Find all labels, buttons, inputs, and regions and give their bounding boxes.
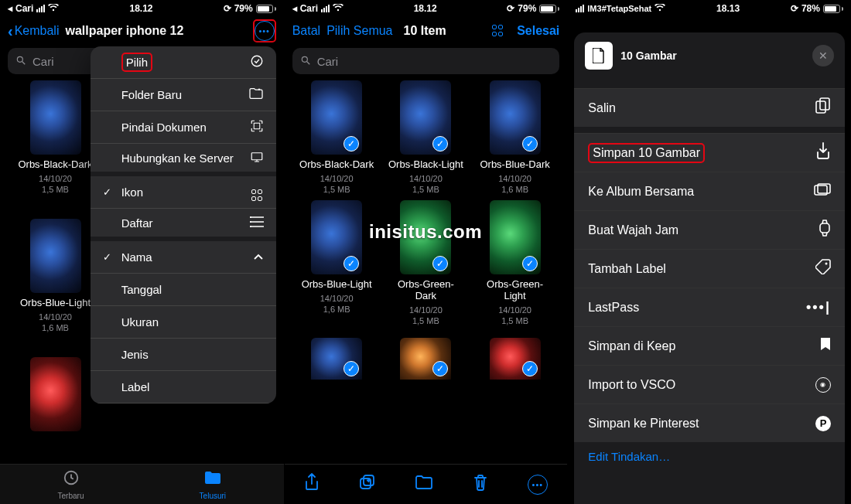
cancel-button[interactable]: Batal [292,24,320,38]
more-button[interactable]: ••• [528,475,548,495]
signal-icon [36,5,45,12]
file-item[interactable]: ✓Orbs-Green-Dark14/10/201,5 MB [381,200,470,325]
scan-icon [250,119,264,135]
battery-percent: 79% [234,3,253,14]
action-import-to-vsco[interactable]: Import to VSCO◉ [574,365,845,404]
more-button[interactable]: ••• [255,21,275,41]
menu-item-label[interactable]: Label [91,371,276,404]
file-date: 14/10/20 [409,174,443,183]
tab-browse[interactable]: Telusuri [200,469,226,500]
action-simpan-di-keep[interactable]: Simpan di Keep [574,326,845,365]
menu-item-nama[interactable]: ✓Nama [91,241,276,274]
action-salin[interactable]: Salin [574,88,845,127]
separator [574,127,845,133]
file-size: 1,6 MB [501,185,528,194]
menu-item-ikon[interactable]: ✓Ikon [91,176,276,209]
file-date: 14/10/20 [409,305,443,315]
view-grid-button[interactable] [492,25,504,37]
menu-item-label: Ikon [121,186,143,199]
battery-icon [256,5,276,13]
edit-actions-button[interactable]: Edit Tindakan… [574,442,845,463]
menu-item-folder-baru[interactable]: Folder Baru [91,79,276,111]
file-item[interactable]: ✓ [470,338,559,380]
sheet-header: 10 Gambar ✕ [574,32,845,79]
svg-point-18 [825,263,827,265]
orientation-lock-icon: ⟳ [791,3,798,14]
action-label: Salin [588,101,616,115]
file-name: Orbs-Blue-Light [17,298,94,309]
file-item[interactable] [11,357,100,431]
file-item[interactable]: ✓Orbs-Blue-Light14/10/201,6 MB [292,200,381,325]
check-icon: ✓ [103,186,114,198]
menu-item-pilih[interactable]: Pilih [91,46,276,79]
action-label: Import to VSCO [588,378,675,392]
search-field[interactable]: Cari [292,48,560,74]
trash-button[interactable] [473,474,488,495]
file-item[interactable]: Orbs-Black-Dark 14/10/20 1,5 MB [11,80,100,194]
action-simpan-10-gambar[interactable]: Simpan 10 Gambar [574,133,845,172]
menu-item-hubungkan-ke-server[interactable]: Hubungkan ke Server [91,144,276,176]
back-chevron-icon: ◂ [8,3,12,14]
action-simpan-ke-pinterest[interactable]: Simpan ke PinterestP [574,404,845,442]
wifi-icon [654,3,665,14]
menu-item-label: Pindai Dokumen [121,121,207,134]
action-label: Simpan ke Pinterest [588,417,699,431]
file-item[interactable]: ✓ [381,338,470,380]
tab-recent[interactable]: Terbaru [58,469,84,500]
action-ke-album-bersama[interactable]: Ke Album Bersama [574,172,845,210]
selection-count: 10 Item [404,24,446,38]
svg-point-5 [250,216,251,218]
tab-label: Telusuri [200,492,226,500]
battery-percent: 78% [801,3,820,14]
file-name: Orbs-Green-Light [477,279,554,302]
context-menu: PilihFolder BaruPindai DokumenHubungkan … [91,46,276,404]
file-item[interactable]: ✓ [292,338,381,380]
selection-toolbar: ••• [285,464,568,504]
svg-point-7 [250,226,251,227]
select-all-button[interactable]: Pilih Semua [326,24,392,38]
selected-check-icon: ✓ [343,136,359,152]
menu-item-label: Daftar [121,216,153,230]
action-label: Simpan di Keep [588,339,675,353]
menu-item-daftar[interactable]: Daftar [91,209,276,241]
action-lastpass[interactable]: LastPass•••| [574,288,845,326]
back-label: Kembali [15,24,60,38]
menu-item-label: Jenis [121,348,149,361]
file-name: Orbs-Blue-Light [298,279,375,291]
action-tambah-label[interactable]: Tambah Label [574,249,845,288]
share-button[interactable] [304,473,320,496]
svg-line-10 [306,61,309,64]
selected-check-icon: ✓ [343,361,359,376]
svg-rect-4 [251,152,262,159]
menu-item-label: Label [121,380,150,393]
menu-item-pindai-dokumen[interactable]: Pindai Dokumen [91,111,276,144]
selected-check-icon: ✓ [432,136,448,152]
file-item[interactable]: Orbs-Blue-Light 14/10/20 1,6 MB [11,219,100,332]
back-button[interactable]: ‹ Kembali [8,22,59,40]
duplicate-button[interactable] [359,474,376,495]
menu-item-ukuran[interactable]: Ukuran [91,306,276,339]
svg-line-1 [22,61,26,64]
file-item[interactable]: ✓Orbs-Blue-Dark14/10/201,6 MB [470,80,559,194]
selected-check-icon: ✓ [522,256,538,271]
file-name: Orbs-Black-Light [387,159,464,171]
svg-point-6 [250,221,251,223]
file-thumbnail: ✓ [490,200,541,274]
share-sheet: 10 Gambar ✕ SalinSimpan 10 GambarKe Albu… [574,32,845,504]
file-item[interactable]: ✓Orbs-Green-Light14/10/201,5 MB [470,200,559,325]
action-buat-wajah-jam[interactable]: Buat Wajah Jam [574,210,845,249]
done-button[interactable]: Selesai [517,24,559,38]
phone-1-files-with-menu: ◂ Cari 18.12 ⟳ 79% ‹ Kembali wallpaper i… [0,0,284,504]
action-label: Tambah Label [588,262,666,276]
selected-check-icon: ✓ [343,256,359,271]
move-button[interactable] [415,475,433,495]
menu-item-jenis[interactable]: Jenis [91,339,276,371]
copy-icon [815,97,831,118]
menu-item-tanggal[interactable]: Tanggal [91,274,276,306]
file-grid-partial: ✓✓✓ [285,338,568,380]
file-item[interactable]: ✓Orbs-Black-Light14/10/201,5 MB [381,80,470,194]
file-item[interactable]: ✓Orbs-Black-Dark14/10/201,5 MB [292,80,381,194]
svg-point-2 [251,56,262,66]
close-button[interactable]: ✕ [812,45,834,66]
selected-check-icon: ✓ [432,256,448,271]
